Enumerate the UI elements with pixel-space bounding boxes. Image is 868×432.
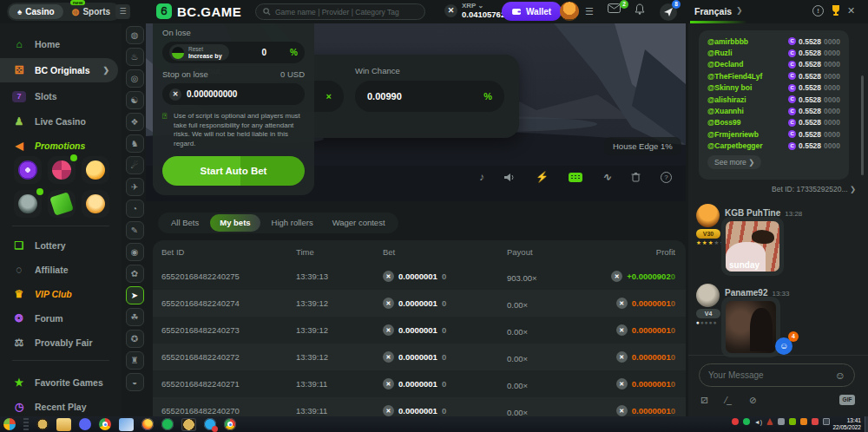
tray-volume-icon[interactable]: ◄) bbox=[754, 419, 762, 425]
stop-amount-input[interactable] bbox=[187, 89, 291, 99]
emoji-icon[interactable]: ☺ bbox=[835, 370, 845, 382]
sidebar-item-provably-fair[interactable]: ⚖ Provably Fair bbox=[0, 332, 118, 353]
chat-toggle-button[interactable]: 8 bbox=[660, 3, 677, 19]
gif-message[interactable]: sunday bbox=[721, 217, 784, 276]
bet-id-link[interactable]: Bet ID: 17335292520... ❯ bbox=[772, 185, 856, 193]
tray-spotify-icon[interactable] bbox=[743, 418, 750, 425]
trash-icon[interactable] bbox=[631, 172, 641, 182]
sidebar-item-forum[interactable]: ❂ Forum bbox=[0, 308, 118, 329]
on-lose-toggle[interactable]: Reset Increase by bbox=[169, 44, 229, 61]
game-strip-icon[interactable]: ◒ bbox=[126, 373, 144, 391]
game-strip-icon[interactable]: ➤ bbox=[126, 286, 144, 304]
trophy-icon[interactable] bbox=[830, 4, 842, 16]
sidebar-item-bc-originals[interactable]: ⚄ BC Originals ❯ bbox=[0, 58, 118, 82]
tab-my-bets[interactable]: My bets bbox=[210, 214, 260, 232]
show-desktop-button[interactable] bbox=[865, 416, 868, 432]
tray-vlc-icon[interactable] bbox=[766, 418, 773, 425]
sidebar-item-home[interactable]: ⌂ Home bbox=[0, 34, 118, 55]
tray-nvidia-icon[interactable] bbox=[789, 418, 796, 425]
mention-row[interactable]: @CarpetbeggerC0.55280000 bbox=[707, 141, 840, 152]
user-avatar[interactable] bbox=[560, 2, 579, 21]
taskbar-firefox-icon[interactable] bbox=[141, 418, 154, 430]
mention-row[interactable]: @TheFiend4LyfC0.55280000 bbox=[707, 70, 840, 82]
mention-row[interactable]: @Boss99C0.55280000 bbox=[707, 117, 840, 128]
avatar[interactable] bbox=[696, 284, 720, 307]
balance-display[interactable]: ✕ XRP ⌄ 0.04105762 bbox=[444, 2, 505, 19]
sidebar-item-promotions[interactable]: ◀ Promotions bbox=[0, 135, 118, 156]
windows-start-button[interactable] bbox=[3, 418, 16, 430]
win-chance-input[interactable] bbox=[367, 91, 471, 101]
info-icon[interactable]: ! bbox=[812, 5, 824, 16]
chat-scrollbar[interactable] bbox=[861, 75, 864, 175]
sound-icon[interactable] bbox=[504, 173, 516, 182]
mention-row[interactable]: @amirbbbbC0.55280000 bbox=[707, 36, 840, 47]
game-strip-icon[interactable]: ☘ bbox=[126, 308, 144, 326]
tray-icon[interactable] bbox=[812, 418, 819, 425]
sidebar-item-lottery[interactable]: ❏ Lottery bbox=[0, 235, 118, 256]
mention-row[interactable]: @alishiraziC0.55280000 bbox=[707, 94, 840, 105]
see-more-button[interactable]: See more ❯ bbox=[707, 155, 761, 169]
promo-spin-icon[interactable] bbox=[14, 156, 42, 184]
percent-icon[interactable]: % bbox=[483, 91, 492, 101]
close-icon[interactable]: ✕ bbox=[847, 5, 855, 16]
game-strip-icon[interactable]: ✈ bbox=[126, 178, 144, 196]
account-menu-icon[interactable]: ☰ bbox=[585, 6, 594, 17]
taskbar-clock[interactable]: 13:41 22/05/2022 bbox=[832, 417, 861, 431]
taskbar-telegram-icon[interactable] bbox=[204, 418, 216, 430]
menu-toggle-icon[interactable]: ☰ bbox=[115, 4, 130, 19]
promo-rocket-icon[interactable] bbox=[14, 190, 42, 218]
taskbar-league2-icon[interactable] bbox=[181, 418, 196, 431]
notifications-button[interactable] bbox=[635, 3, 652, 19]
dice-bet-icon[interactable]: ⚂ bbox=[700, 396, 708, 405]
tray-icon[interactable] bbox=[732, 418, 739, 425]
language-selector[interactable]: Français bbox=[694, 6, 732, 16]
search-input[interactable] bbox=[275, 8, 414, 16]
taskbar-explorer-icon[interactable] bbox=[56, 418, 71, 431]
taskbar-league-icon[interactable] bbox=[36, 418, 49, 430]
game-strip-icon[interactable]: ✿ bbox=[126, 265, 144, 283]
on-lose-value[interactable]: 0 bbox=[262, 48, 267, 57]
commands-icon[interactable]: ⁄_ bbox=[726, 396, 732, 405]
mention-row[interactable]: @RuzliC0.55280000 bbox=[707, 47, 840, 58]
sidebar-item-favorite-games[interactable]: ★ Favorite Games bbox=[0, 372, 118, 393]
taskbar-photos-icon[interactable] bbox=[119, 418, 134, 431]
mention-row[interactable]: @FrmjenriewbC0.55280000 bbox=[707, 128, 840, 140]
game-strip-icon[interactable]: ◎ bbox=[126, 69, 144, 88]
sidebar-item-affiliate[interactable]: ◌ Affiliate bbox=[0, 259, 118, 280]
sidebar-item-live-casino[interactable]: ♟ Live Casino bbox=[0, 111, 118, 132]
game-strip-icon[interactable]: ☯ bbox=[126, 91, 144, 109]
game-strip-icon[interactable]: ❖ bbox=[126, 113, 144, 131]
avatar[interactable] bbox=[696, 204, 720, 227]
trends-icon[interactable]: ∿ bbox=[602, 171, 611, 183]
bcgame-logo[interactable]: Ꮾ BC.GAME bbox=[156, 3, 241, 19]
tab-sports[interactable]: new ◍ Sports bbox=[63, 4, 119, 19]
tab-all-bets[interactable]: All Bets bbox=[161, 213, 208, 233]
promo-wheel-icon[interactable] bbox=[48, 156, 76, 184]
gif-message[interactable] bbox=[721, 297, 780, 357]
game-strip-icon[interactable]: ◍ bbox=[126, 26, 144, 44]
taskbar-chrome-icon[interactable] bbox=[99, 418, 111, 430]
promo-tag-icon[interactable] bbox=[48, 190, 76, 218]
taskbar-pinned-list-icon[interactable] bbox=[23, 418, 29, 431]
game-strip-icon[interactable]: ◉ bbox=[126, 243, 144, 261]
hotkeys-icon[interactable] bbox=[569, 173, 582, 182]
multiply-icon[interactable]: × bbox=[326, 91, 332, 101]
table-row[interactable]: 65520168482240274 13:39:12 ✕0.00000010 0… bbox=[153, 290, 686, 317]
tray-display-icon[interactable] bbox=[823, 418, 830, 425]
messages-button[interactable]: 2 bbox=[608, 3, 625, 19]
start-auto-bet-button[interactable]: Start Auto Bet bbox=[162, 156, 305, 186]
mention-row[interactable]: @DeclandC0.55280000 bbox=[707, 59, 840, 70]
table-row[interactable]: 65520168482240275 13:39:13 ✕0.00000010 9… bbox=[153, 263, 686, 290]
game-strip-icon[interactable]: ◔ bbox=[126, 200, 144, 218]
wallet-button[interactable]: Wallet bbox=[502, 2, 562, 21]
rules-icon[interactable]: ⊘ bbox=[749, 396, 756, 405]
table-row[interactable]: 65520168482240271 13:39:11 ✕0.00000010 0… bbox=[153, 370, 686, 397]
sidebar-item-vip-club[interactable]: ♛ VIP Club bbox=[0, 284, 118, 304]
tray-icon[interactable] bbox=[778, 418, 785, 425]
music-icon[interactable]: ♪ bbox=[479, 171, 484, 183]
table-row[interactable]: 65520168482240272 13:39:12 ✕0.00000010 0… bbox=[153, 344, 686, 370]
tab-casino[interactable]: ♠ Casino bbox=[9, 4, 63, 19]
tab-high-rollers[interactable]: High rollers bbox=[262, 213, 323, 233]
table-row[interactable]: 65520168482240273 13:39:12 ✕0.00000010 0… bbox=[153, 317, 686, 344]
mention-row[interactable]: @Skinny boiC0.55280000 bbox=[707, 82, 840, 94]
